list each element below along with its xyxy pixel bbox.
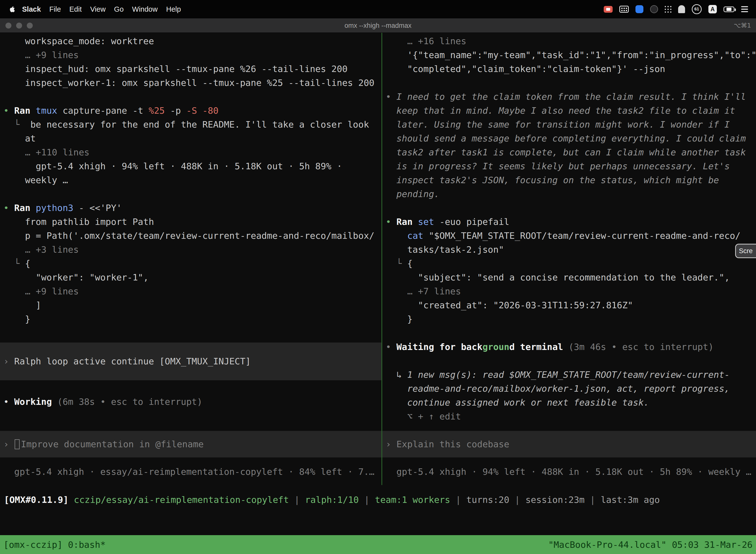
text-span: readme-and-reco/mailbox/worker-1.json, a… (386, 384, 730, 394)
popup-text: Scre (739, 247, 753, 255)
menu-go[interactable]: Go (110, 5, 128, 13)
menu-view[interactable]: View (86, 5, 110, 13)
text-span: └ (386, 258, 407, 269)
tmux-status-bar: [omx-cczip] 0:bash* "MacBook-Pro-44.loca… (0, 535, 756, 554)
menu-window[interactable]: Window (128, 5, 162, 13)
terminal-content: workspace_mode: worktree … +9 lines insp… (0, 33, 756, 535)
spacer (3, 326, 381, 342)
text-span: team:1 workers (375, 495, 450, 505)
tmux-pane-right[interactable]: … +16 lines '{"team_name":"my-team","tas… (382, 33, 756, 485)
terminal-line (386, 354, 756, 368)
text-span: … +9 lines (3, 286, 79, 296)
battery-icon[interactable] (723, 6, 735, 12)
menu-help[interactable]: Help (162, 5, 185, 13)
ghost-icon[interactable] (678, 5, 685, 13)
menu-file[interactable]: File (45, 5, 65, 13)
keyboard-icon[interactable] (619, 6, 629, 13)
spacer (386, 424, 756, 431)
terminal-line: workspace_mode: worktree (3, 34, 381, 48)
terminal-line: └ { (386, 257, 756, 271)
terminal-line: … +110 lines (3, 146, 381, 159)
text-span: Ran (14, 106, 36, 116)
text-span: %25 (148, 106, 165, 116)
text-span: capture-pane -t (63, 106, 148, 116)
input-source-icon[interactable]: A (708, 5, 717, 13)
working-status: • Working (6m 38s • esc to interrupt) (3, 395, 381, 409)
terminal-line: • Ran set -euo pipefail (386, 215, 756, 229)
terminal-line: p = Path('.omx/state/team/review-current… (3, 229, 381, 243)
terminal-line: pending. (386, 187, 756, 201)
terminal-line: weekly … (3, 173, 381, 187)
text-span: pending. (386, 189, 440, 199)
gauge-value: 61 (694, 7, 699, 12)
text-span: Ran (396, 217, 418, 227)
terminal-line: inspect task2's JSON, focusing on the st… (386, 173, 756, 187)
terminal-line: } (386, 312, 756, 326)
text-span: "$OMX_TEAM_STATE_ROOT/team/review-curren… (429, 231, 740, 241)
terminal-line: tasks/task-2.json" (386, 243, 756, 257)
apple-logo-icon (10, 6, 16, 13)
text-span: -p (165, 106, 186, 116)
window-title: omx --xhigh --madmax (0, 18, 756, 33)
text-span: Explain this codebase (396, 437, 509, 451)
menubar-status-icons: 61 A (604, 4, 750, 14)
apple-menu[interactable] (10, 6, 16, 13)
text-span: "subject": "send a concise recommendatio… (386, 272, 730, 282)
text-span: turns:20 (466, 495, 509, 505)
text-span: { (407, 258, 413, 269)
terminal-line: keep that in mind. Maybe I also need the… (386, 104, 756, 118)
terminal-line: … +7 lines (386, 284, 756, 298)
text-span: tasks/task-2.json" (386, 244, 504, 255)
composer-input[interactable]: › Improve documentation in @filename (0, 431, 381, 457)
text-span: -euo pipefail (440, 217, 509, 227)
tmux-session-window[interactable]: [omx-cczip] 0:bash* (3, 540, 106, 550)
terminal-line: inspect_hud: omx sparkshell --tmux-pane … (3, 62, 381, 76)
text-span: cczip/essay/ai-reimplementation-copyleft (74, 495, 289, 505)
text-span: • (3, 203, 14, 213)
terminal-line: … +3 lines (3, 243, 381, 257)
tmux-pane-left[interactable]: workspace_mode: worktree … +9 lines insp… (0, 33, 381, 485)
terminal-line: later. Using the same for transition mig… (386, 118, 756, 131)
terminal-line: • Ran tmux capture-pane -t %25 -p -S -80 (3, 104, 381, 118)
terminal-line: "created_at": "2026-03-31T11:59:27.816Z" (386, 298, 756, 312)
text-span: Working (14, 397, 52, 407)
text-span: … +9 lines (3, 50, 79, 60)
dots-grid-icon[interactable] (665, 6, 672, 13)
terminal-line: should send a message before completing … (386, 131, 756, 146)
terminal-line: "worker": "worker-1", (3, 271, 381, 284)
text-span: • (386, 92, 396, 102)
terminal-line (386, 201, 756, 215)
text-span: tmux (36, 106, 63, 116)
tmux-host-time: "MacBook-Pro-44.local" 05:03 31-Mar-26 (548, 540, 753, 550)
text-span: Ralph loop active continue [OMX_TMUX_INJ… (14, 354, 251, 368)
composer-input[interactable]: › Explain this codebase (382, 431, 756, 457)
gauge-icon[interactable]: 61 (692, 4, 702, 14)
terminal-line: └ be necessary for the end of the README… (3, 118, 381, 131)
screenshot-preview-popup[interactable]: Scre (735, 244, 756, 258)
dark-app-icon[interactable] (650, 5, 658, 13)
text-span: set (418, 217, 440, 227)
text-span: ralph:1/10 (305, 495, 359, 505)
terminal-line: … +9 lines (3, 48, 381, 62)
terminal-line: readme-and-reco/mailbox/worker-1.json, a… (386, 382, 756, 396)
terminal-line: ↳ 1 new msg(s): read $OMX_TEAM_STATE_ROO… (386, 368, 756, 382)
text-span: at (3, 133, 36, 144)
blue-app-icon[interactable] (635, 5, 643, 13)
text-span: workspace_mode: worktree (3, 36, 154, 46)
menu-edit[interactable]: Edit (65, 5, 86, 13)
text-span: … +7 lines (386, 286, 461, 296)
terminal-line: from pathlib import Path (3, 215, 381, 229)
terminal-line (386, 326, 756, 340)
text-span: • (386, 342, 396, 352)
text-span: is in progress? It seems likely but perh… (386, 161, 730, 171)
waiting-status: • Waiting for background terminal (3m 46… (386, 340, 756, 354)
screen-recording-icon[interactable] (604, 6, 613, 13)
macos-menu-bar: Slack File Edit View Go Window Help 61 A (0, 0, 756, 18)
app-menu-slack[interactable]: Slack (18, 5, 45, 13)
text-span: 1 new msg(s): read $OMX_TEAM_STATE_ROOT/… (407, 370, 730, 380)
text-span: gpt-5.4 xhigh · 94% left · 488K in · 5.1… (3, 161, 342, 171)
terminal-line: is in progress? It seems likely but perh… (386, 159, 756, 173)
terminal-line (386, 76, 756, 90)
terminal-line: … +9 lines (3, 284, 381, 298)
control-center-icon[interactable] (741, 6, 748, 12)
